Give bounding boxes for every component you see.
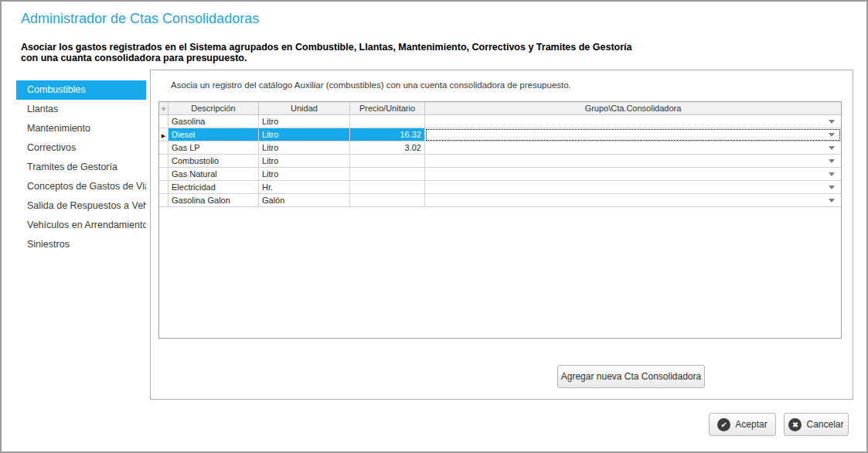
sidebar-item-conceptos-de-gastos-de-viaje[interactable]: Conceptos de Gastos de Viaje: [16, 177, 146, 196]
cell-grupo-dropdown[interactable]: [425, 128, 841, 141]
sidebar-item-tramites-de-gestor-a[interactable]: Tramites de Gestoría: [16, 158, 146, 177]
cell-descripcion[interactable]: Gasolina Galon: [168, 194, 259, 207]
cell-descripcion[interactable]: Gas Natural: [168, 168, 259, 181]
cell-unidad[interactable]: Galón: [259, 194, 350, 207]
cell-grupo-dropdown[interactable]: [425, 141, 841, 155]
cell-descripcion[interactable]: Gas LP: [168, 141, 259, 155]
table-row: Gas Natural Litro: [159, 168, 841, 181]
cell-grupo-dropdown[interactable]: [425, 168, 841, 181]
cell-grupo-dropdown[interactable]: [425, 194, 841, 207]
cell-unidad[interactable]: Litro: [259, 155, 350, 168]
chevron-down-icon[interactable]: [829, 146, 835, 150]
cancel-button-label: Cancelar: [806, 419, 843, 430]
dialog-description-line2: con una cuanta consolidadora para presup…: [21, 53, 632, 63]
current-row-arrow-icon: ▶: [162, 133, 165, 138]
cell-grupo-dropdown[interactable]: [425, 181, 841, 194]
chevron-down-icon[interactable]: [829, 133, 835, 137]
table-row: ▶ Diesel Litro 16.32: [159, 128, 841, 141]
dialog-description-line1: Asociar los gastos registrados en el Sis…: [21, 42, 632, 53]
new-row-icon: ✳: [161, 105, 167, 113]
cell-precio[interactable]: 3.02: [350, 141, 425, 155]
check-circle-icon: ✔: [717, 418, 730, 431]
row-selector-cell[interactable]: [159, 194, 168, 207]
x-circle-icon: ✖: [788, 418, 802, 431]
row-selector-cell[interactable]: [159, 181, 168, 194]
accept-button[interactable]: ✔ Aceptar: [709, 413, 776, 436]
sidebar-item-salida-de-respuestos-a-veh-c[interactable]: Salida de Respuestos a Vehíc...: [16, 196, 146, 216]
cell-unidad[interactable]: Litro: [259, 141, 350, 155]
cell-unidad[interactable]: Litro: [259, 128, 350, 141]
grid-header-row: ✳ Descripción Unidad Precio/Unitario Gru…: [159, 102, 841, 115]
cell-descripcion[interactable]: Combustolio: [168, 155, 259, 168]
row-selector-cell[interactable]: [159, 155, 168, 168]
cancel-button[interactable]: ✖ Cancelar: [784, 413, 849, 436]
cell-precio[interactable]: 16.32: [350, 128, 425, 141]
row-selector-cell[interactable]: [159, 168, 168, 181]
table-row: Combustolio Litro: [159, 155, 841, 168]
sidebar-item-mantenimiento[interactable]: Mantenimiento: [16, 119, 146, 138]
chevron-down-icon[interactable]: [829, 186, 835, 189]
main-panel: Asocia un registro del catálogo Auxiliar…: [150, 70, 853, 400]
cell-descripcion[interactable]: Gasolina: [168, 115, 259, 128]
table-row: Gasolina Litro: [159, 115, 841, 128]
cell-unidad[interactable]: Hr.: [259, 181, 350, 194]
sidebar-item-correctivos[interactable]: Correctivos: [16, 138, 146, 158]
cell-precio[interactable]: [350, 115, 425, 128]
sidebar-item-siniestros[interactable]: Siniestros: [16, 235, 146, 254]
row-selector-cell[interactable]: ▶: [159, 128, 168, 141]
panel-instruction: Asocia un registro del catálogo Auxiliar…: [171, 80, 571, 90]
sidebar-item-llantas[interactable]: Llantas: [16, 100, 146, 119]
chevron-down-icon[interactable]: [829, 172, 835, 176]
row-selector-header[interactable]: ✳: [159, 102, 168, 115]
sidebar-item-combustibles[interactable]: Combustibles: [16, 80, 146, 100]
cell-precio[interactable]: [350, 168, 425, 181]
table-row: Electricidad Hr.: [159, 181, 841, 194]
cell-grupo-dropdown[interactable]: [425, 155, 841, 168]
cell-precio[interactable]: [350, 194, 425, 207]
accept-button-label: Aceptar: [735, 419, 767, 430]
dialog-window: Administrador de Ctas Consolidadoras Aso…: [0, 0, 868, 453]
chevron-down-icon[interactable]: [829, 199, 835, 203]
add-consolidadora-button[interactable]: Agregar nueva Cta Consolidadora: [557, 365, 705, 388]
row-selector-cell[interactable]: [159, 115, 168, 128]
cell-descripcion[interactable]: Diesel: [168, 128, 259, 141]
row-selector-cell[interactable]: [159, 141, 168, 155]
cell-grupo-dropdown[interactable]: [425, 115, 841, 128]
column-header-precio[interactable]: Precio/Unitario: [350, 102, 425, 115]
cell-unidad[interactable]: Litro: [259, 168, 350, 181]
table-row: Gasolina Galon Galón: [159, 194, 841, 207]
chevron-down-icon[interactable]: [829, 120, 835, 124]
cell-precio[interactable]: [350, 181, 425, 194]
page-title: Administrador de Ctas Consolidadoras: [21, 11, 259, 27]
column-header-descripcion[interactable]: Descripción: [168, 102, 259, 115]
dialog-description: Asociar los gastos registrados en el Sis…: [21, 42, 632, 63]
table-row: Gas LP Litro 3.02: [159, 141, 841, 155]
sidebar-item-veh-culos-en-arrendamiento[interactable]: Vehículos en Arrendamiento: [16, 216, 146, 235]
cell-unidad[interactable]: Litro: [259, 115, 350, 128]
chevron-down-icon[interactable]: [829, 159, 835, 163]
cell-precio[interactable]: [350, 155, 425, 168]
column-header-unidad[interactable]: Unidad: [259, 102, 350, 115]
cell-descripcion[interactable]: Electricidad: [168, 181, 259, 194]
column-header-grupo[interactable]: Grupo\Cta.Consolidadora: [425, 102, 841, 115]
category-sidebar: CombustiblesLlantasMantenimientoCorrecti…: [16, 80, 146, 254]
data-grid: ✳ Descripción Unidad Precio/Unitario Gru…: [158, 101, 842, 339]
